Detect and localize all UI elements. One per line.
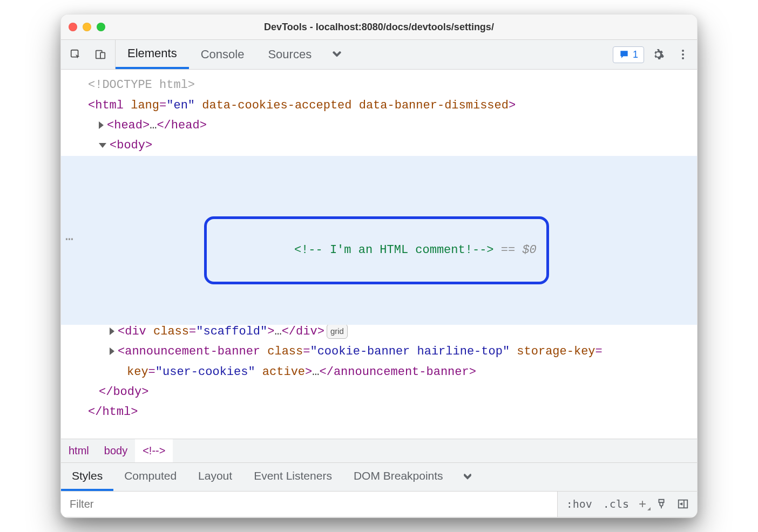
inspect-element-icon[interactable] [65, 44, 86, 65]
more-options-icon[interactable] [672, 48, 694, 61]
maximize-window-button[interactable] [97, 23, 105, 31]
more-subtabs-icon[interactable] [454, 463, 481, 491]
subtab-event-listeners[interactable]: Event Listeners [243, 463, 343, 491]
toggle-hov[interactable]: :hov [562, 494, 597, 514]
titlebar: DevTools - localhost:8080/docs/devtools/… [61, 15, 697, 39]
styles-filter-row: :hov .cls + [61, 492, 697, 517]
subtab-dom-breakpoints[interactable]: DOM Breakpoints [343, 463, 454, 491]
more-tabs-icon[interactable] [323, 40, 350, 69]
subtab-styles[interactable]: Styles [61, 463, 113, 491]
toolbar-left [61, 40, 116, 69]
main-tabs: Elements Console Sources [116, 40, 350, 69]
collapse-body-icon[interactable] [99, 143, 106, 148]
close-window-button[interactable] [69, 23, 77, 31]
brush-icon[interactable] [652, 498, 671, 510]
main-toolbar: Elements Console Sources 1 [61, 39, 697, 70]
grid-badge[interactable]: grid [327, 324, 348, 339]
dom-tree-panel[interactable]: <!DOCTYPE html> <html lang="en" data-coo… [61, 70, 697, 439]
svg-point-4 [682, 53, 684, 56]
expand-announcement-icon[interactable] [110, 347, 114, 355]
styles-filter-input[interactable] [61, 492, 557, 517]
crumb-body[interactable]: body [97, 439, 135, 462]
new-style-rule-icon[interactable]: + [635, 496, 649, 511]
body-close-node[interactable]: </body> [61, 382, 697, 402]
dom-breadcrumb: html body <!--> [61, 439, 697, 462]
crumb-html[interactable]: html [61, 439, 97, 462]
computed-sidebar-toggle-icon[interactable] [673, 498, 693, 510]
html-close-node[interactable]: </html> [61, 402, 697, 422]
tab-sources[interactable]: Sources [256, 40, 323, 69]
subtab-layout[interactable]: Layout [187, 463, 243, 491]
settings-gear-icon[interactable] [647, 48, 669, 61]
toolbar-right: 1 [613, 40, 697, 69]
styles-filter-tools: :hov .cls + [557, 492, 697, 517]
svg-point-5 [682, 57, 684, 59]
selected-comment-node[interactable]: ⋯ <!-- I'm an HTML comment!--> == $0 [61, 156, 697, 325]
html-open-node[interactable]: <html lang="en" data-cookies-accepted da… [61, 96, 697, 115]
tab-console[interactable]: Console [189, 40, 256, 69]
traffic-lights [69, 23, 105, 31]
row-actions-icon[interactable]: ⋯ [65, 229, 74, 251]
doctype-node[interactable]: <!DOCTYPE html> [61, 75, 697, 95]
devtools-window: DevTools - localhost:8080/docs/devtools/… [60, 14, 698, 518]
expand-div-icon[interactable] [110, 328, 114, 335]
comment-text: <!-- I'm an HTML comment!--> [294, 243, 494, 257]
tab-elements[interactable]: Elements [116, 40, 189, 69]
selection-ref: == $0 [494, 243, 537, 257]
crumb-comment[interactable]: <!--> [135, 439, 173, 462]
issues-count: 1 [633, 49, 638, 60]
subtab-computed[interactable]: Computed [113, 463, 187, 491]
device-toggle-icon[interactable] [90, 44, 111, 65]
window-title: DevTools - localhost:8080/docs/devtools/… [61, 22, 697, 33]
toggle-cls[interactable]: .cls [599, 494, 633, 514]
minimize-window-button[interactable] [83, 23, 91, 31]
body-open-node[interactable]: <body> [61, 135, 697, 155]
styles-subtabs: Styles Computed Layout Event Listeners D… [61, 462, 697, 492]
head-node[interactable]: <head>…</head> [61, 115, 697, 135]
issues-badge[interactable]: 1 [613, 46, 644, 63]
svg-point-3 [682, 50, 684, 52]
announcement-banner-node[interactable]: <announcement-banner class="cookie-banne… [61, 342, 697, 382]
expand-head-icon[interactable] [99, 121, 104, 129]
svg-rect-2 [100, 53, 105, 59]
